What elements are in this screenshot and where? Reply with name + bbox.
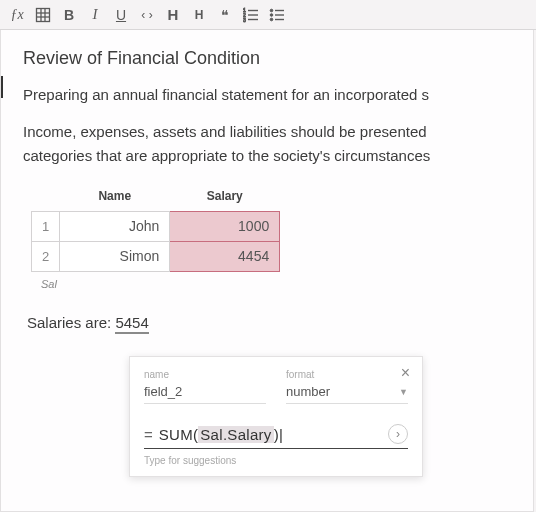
data-table[interactable]: Name Salary 1 John 1000 2 Simon 4454 (31, 185, 280, 272)
chevron-down-icon[interactable]: ▼ (399, 387, 408, 397)
name-value[interactable]: field_2 (144, 382, 266, 404)
col-header-name[interactable]: Name (60, 185, 170, 212)
name-field[interactable]: name field_2 (144, 369, 266, 404)
formula-hint: Type for suggestions (144, 455, 408, 466)
formula-input[interactable]: = SUM(Sal.Salary)| › (144, 424, 408, 449)
cell-name[interactable]: Simon (60, 241, 170, 271)
equals-sign: = (144, 426, 153, 443)
formula-icon[interactable]: ƒx (6, 4, 28, 26)
table-row[interactable]: 1 John 1000 (32, 211, 280, 241)
svg-point-11 (270, 9, 273, 12)
col-header-salary[interactable]: Salary (170, 185, 280, 212)
format-field[interactable]: format number ▼ (286, 369, 408, 404)
name-label: name (144, 369, 266, 380)
underline-button[interactable]: U (110, 4, 132, 26)
italic-button[interactable]: I (84, 4, 106, 26)
result-line[interactable]: Salaries are: 5454 (27, 314, 511, 331)
h1-button[interactable]: H (162, 4, 184, 26)
submit-icon[interactable]: › (388, 424, 408, 444)
unordered-list-button[interactable] (266, 4, 288, 26)
table-icon[interactable] (32, 4, 54, 26)
cell-salary[interactable]: 1000 (170, 211, 280, 241)
cell-salary[interactable]: 4454 (170, 241, 280, 271)
text-cursor (1, 76, 3, 98)
ordered-list-button[interactable]: 123 (240, 4, 262, 26)
paragraph-2[interactable]: Income, expenses, assets and liabilities… (23, 120, 511, 167)
paragraph-1[interactable]: Preparing an annual financial statement … (23, 83, 511, 106)
svg-point-13 (270, 13, 273, 16)
row-header-blank (32, 185, 60, 212)
svg-point-15 (270, 18, 273, 21)
format-value[interactable]: number ▼ (286, 382, 408, 404)
bold-button[interactable]: B (58, 4, 80, 26)
heading[interactable]: Review of Financial Condition (23, 48, 511, 69)
table-caption[interactable]: Sal (41, 278, 511, 290)
code-button[interactable]: ‹ › (136, 4, 158, 26)
svg-text:3: 3 (243, 17, 246, 23)
svg-rect-0 (37, 8, 50, 21)
h2-button[interactable]: H (188, 4, 210, 26)
row-number: 1 (32, 211, 60, 241)
formula-text[interactable]: SUM(Sal.Salary)| (159, 426, 382, 443)
formula-popover: name field_2 format number ▼ × = SUM(Sal… (129, 356, 423, 477)
format-label: format (286, 369, 408, 380)
data-table-wrapper: Name Salary 1 John 1000 2 Simon 4454 Sal (31, 185, 511, 290)
cell-name[interactable]: John (60, 211, 170, 241)
formula-arg: Sal.Salary (198, 426, 273, 443)
quote-button[interactable]: ❝ (214, 4, 236, 26)
toolbar: ƒx B I U ‹ › H H ❝ 123 (0, 0, 536, 30)
result-value[interactable]: 5454 (115, 314, 148, 334)
result-label: Salaries are: (27, 314, 115, 331)
table-row[interactable]: 2 Simon 4454 (32, 241, 280, 271)
row-number: 2 (32, 241, 60, 271)
document-area[interactable]: Review of Financial Condition Preparing … (0, 30, 534, 512)
close-icon[interactable]: × (401, 365, 410, 381)
